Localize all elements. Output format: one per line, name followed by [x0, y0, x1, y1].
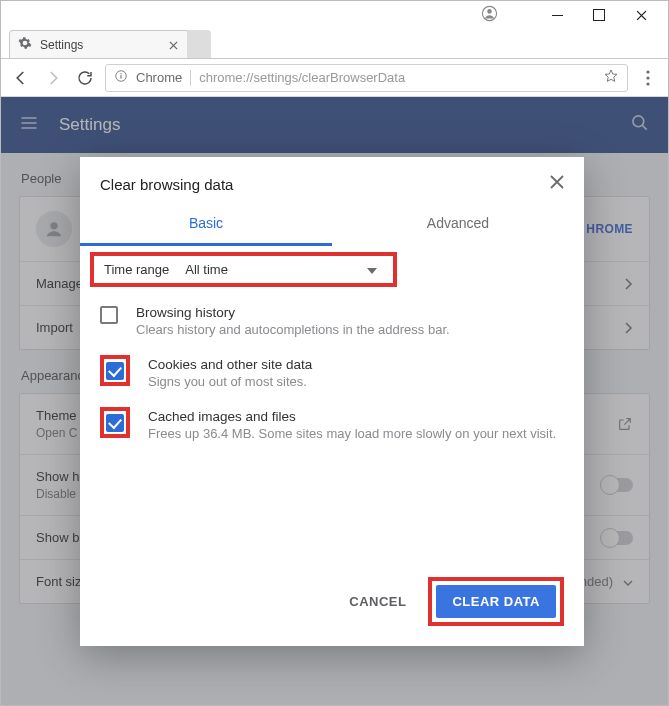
option-title: Cached images and files [148, 409, 556, 424]
window-titlebar [1, 1, 668, 29]
dialog-tabs: Basic Advanced [80, 205, 584, 246]
divider [190, 70, 191, 86]
checkbox[interactable] [106, 414, 124, 432]
omnibox-url: chrome://settings/clearBrowserData [199, 70, 595, 85]
account-icon[interactable] [481, 5, 498, 26]
dialog-close-button[interactable] [550, 175, 564, 193]
time-range-select[interactable]: All time [183, 260, 383, 279]
option-sub: Signs you out of most sites. [148, 374, 312, 389]
svg-point-3 [120, 72, 121, 73]
svg-rect-4 [120, 75, 121, 79]
svg-point-7 [646, 82, 649, 85]
info-icon [114, 69, 128, 87]
svg-point-5 [646, 70, 649, 73]
option-cache[interactable]: Cached images and files Frees up 36.4 MB… [80, 399, 584, 451]
checkbox[interactable] [106, 362, 124, 380]
clear-data-button[interactable]: CLEAR DATA [436, 585, 556, 618]
option-sub: Clears history and autocompletions in th… [136, 322, 450, 337]
time-range-value: All time [185, 262, 228, 277]
toolbar: Chrome chrome://settings/clearBrowserDat… [1, 59, 668, 97]
bookmark-star-icon[interactable] [603, 68, 619, 88]
omnibox-origin-label: Chrome [136, 70, 182, 85]
browser-menu-button[interactable] [636, 70, 660, 86]
gear-icon [18, 36, 32, 54]
clear-browsing-data-dialog: Clear browsing data Basic Advanced Time … [80, 157, 584, 646]
reload-button[interactable] [73, 66, 97, 90]
option-browsing-history[interactable]: Browsing history Clears history and auto… [80, 295, 584, 347]
checkbox[interactable] [100, 306, 118, 324]
svg-point-6 [646, 76, 649, 79]
back-button[interactable] [9, 66, 33, 90]
tab-title: Settings [40, 38, 83, 52]
option-sub: Frees up 36.4 MB. Some sites may load mo… [148, 426, 556, 441]
tab-basic[interactable]: Basic [80, 205, 332, 246]
svg-point-1 [487, 9, 492, 14]
tab-advanced[interactable]: Advanced [332, 205, 584, 246]
cancel-button[interactable]: CANCEL [339, 586, 416, 617]
window-close-button[interactable] [620, 1, 662, 29]
omnibox[interactable]: Chrome chrome://settings/clearBrowserDat… [105, 64, 628, 92]
tab-close-icon[interactable] [169, 36, 178, 54]
option-cookies[interactable]: Cookies and other site data Signs you ou… [80, 347, 584, 399]
dialog-title: Clear browsing data [100, 176, 233, 193]
browser-tab[interactable]: Settings [9, 30, 189, 58]
time-range-label: Time range [104, 262, 169, 277]
option-title: Cookies and other site data [148, 357, 312, 372]
chevron-down-icon [367, 262, 377, 277]
forward-button[interactable] [41, 66, 65, 90]
tabstrip: Settings [1, 29, 668, 59]
new-tab-button[interactable] [187, 30, 211, 58]
window-maximize-button[interactable] [578, 1, 620, 29]
option-title: Browsing history [136, 305, 450, 320]
window-minimize-button[interactable] [536, 1, 578, 29]
